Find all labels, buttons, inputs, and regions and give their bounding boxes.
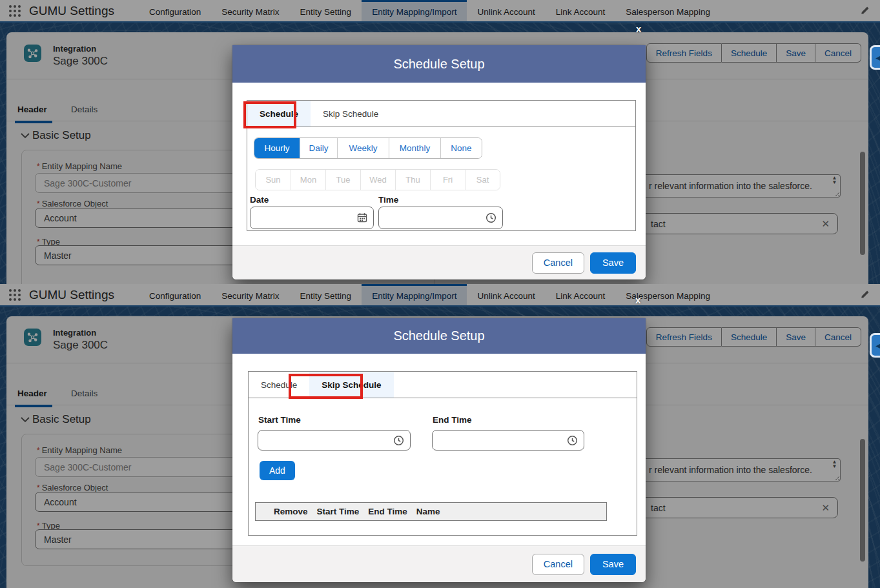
- end-time-input[interactable]: [432, 430, 584, 451]
- start-time-label: Start Time: [258, 415, 301, 425]
- day-sun-button[interactable]: Sun: [256, 170, 291, 190]
- screenshot-top-half: GUMU Settings Configuration Security Mat…: [0, 0, 880, 284]
- day-mon-button[interactable]: Mon: [291, 170, 325, 190]
- modal-tab-bar: Schedule Skip Schedule: [247, 101, 635, 127]
- modal-cancel-button[interactable]: Cancel: [532, 554, 584, 575]
- modal-header: Schedule Setup: [232, 45, 646, 83]
- chevron-left-icon: ◀: [875, 342, 880, 349]
- schedule-setup-modal: Schedule Setup Schedule Skip Schedule St…: [232, 318, 646, 582]
- modal-footer: Cancel Save: [232, 545, 646, 582]
- weekday-button-group: Sun Mon Tue Wed Thu Fri Sat: [255, 169, 500, 190]
- modal-tab-card: Schedule Skip Schedule Start Time End Ti…: [248, 371, 637, 536]
- frequency-none-button[interactable]: None: [440, 138, 482, 158]
- clock-icon[interactable]: [567, 435, 578, 446]
- skip-table-header: Remove Start Time End Time Name: [255, 502, 607, 521]
- frequency-button-group: Hourly Daily Weekly Monthly None: [254, 137, 482, 159]
- time-input[interactable]: [378, 207, 503, 229]
- frequency-monthly-button[interactable]: Monthly: [389, 138, 440, 158]
- frequency-weekly-button[interactable]: Weekly: [337, 138, 389, 158]
- modal-tab-bar: Schedule Skip Schedule: [249, 372, 637, 398]
- column-name: Name: [416, 507, 440, 516]
- day-fri-button[interactable]: Fri: [430, 170, 465, 190]
- column-remove: Remove: [274, 507, 308, 516]
- date-input[interactable]: [250, 207, 374, 229]
- modal-footer: Cancel Save: [232, 245, 646, 279]
- day-sat-button[interactable]: Sat: [465, 170, 500, 190]
- modal-tab-schedule[interactable]: Schedule: [247, 101, 311, 127]
- modal-save-button[interactable]: Save: [590, 554, 636, 575]
- day-wed-button[interactable]: Wed: [360, 170, 395, 190]
- date-label: Date: [250, 195, 269, 205]
- end-time-label: End Time: [433, 415, 472, 425]
- modal-tab-schedule[interactable]: Schedule: [249, 372, 309, 398]
- day-thu-button[interactable]: Thu: [395, 170, 430, 190]
- day-tue-button[interactable]: Tue: [325, 170, 360, 190]
- clock-icon[interactable]: [393, 435, 404, 446]
- collapse-panel-button[interactable]: ◀: [870, 45, 880, 70]
- chevron-left-icon: ◀: [875, 54, 880, 61]
- modal-cancel-button[interactable]: Cancel: [532, 252, 584, 274]
- modal-close-x[interactable]: x: [635, 294, 640, 305]
- modal-tab-skip-schedule[interactable]: Skip Schedule: [311, 101, 391, 127]
- schedule-setup-modal: Schedule Setup Schedule Skip Schedule Ho…: [232, 45, 646, 279]
- column-end-time: End Time: [368, 507, 407, 516]
- start-time-input[interactable]: [258, 430, 411, 451]
- modal-close-x[interactable]: x: [636, 23, 641, 34]
- time-label: Time: [378, 195, 398, 205]
- modal-title: Schedule Setup: [393, 329, 484, 343]
- collapse-panel-button[interactable]: ◀: [870, 333, 880, 358]
- modal-tab-skip-schedule[interactable]: Skip Schedule: [309, 372, 393, 398]
- frequency-daily-button[interactable]: Daily: [300, 138, 337, 158]
- modal-save-button[interactable]: Save: [590, 252, 636, 274]
- modal-tab-card: Schedule Skip Schedule Hourly Daily Week…: [247, 100, 636, 231]
- clock-icon[interactable]: [486, 212, 496, 223]
- modal-title: Schedule Setup: [393, 57, 484, 72]
- modal-header: Schedule Setup: [232, 318, 646, 354]
- column-start-time: Start Time: [317, 507, 360, 516]
- calendar-icon[interactable]: [357, 212, 367, 223]
- screenshot-bottom-half: GUMU Settings Configuration Security Mat…: [0, 284, 880, 588]
- add-button[interactable]: Add: [260, 461, 295, 480]
- frequency-hourly-button[interactable]: Hourly: [254, 138, 300, 158]
